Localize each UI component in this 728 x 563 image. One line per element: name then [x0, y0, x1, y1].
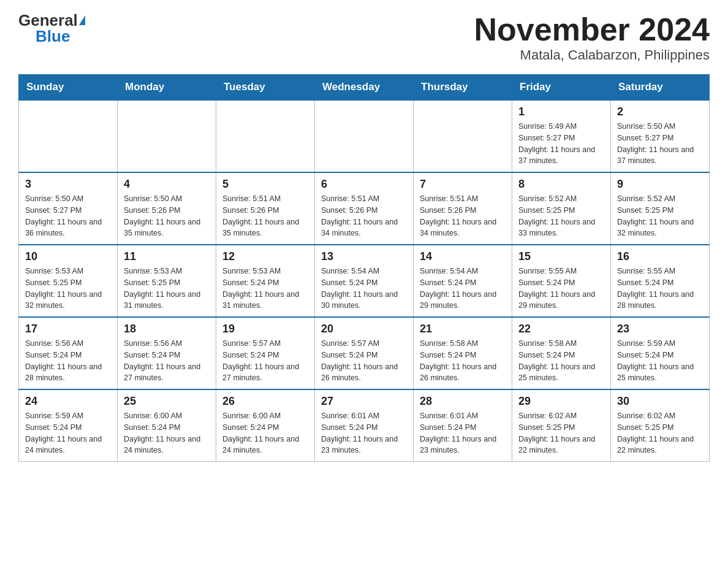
weekday-header-sunday: Sunday [19, 75, 118, 101]
day-info: Sunrise: 5:59 AM Sunset: 5:24 PM Dayligh… [617, 338, 703, 384]
day-number: 28 [420, 395, 506, 408]
day-info: Sunrise: 5:55 AM Sunset: 5:24 PM Dayligh… [617, 266, 703, 312]
calendar-cell: 26Sunrise: 6:00 AM Sunset: 5:24 PM Dayli… [216, 389, 315, 462]
calendar-cell: 27Sunrise: 6:01 AM Sunset: 5:24 PM Dayli… [315, 389, 414, 462]
calendar-cell: 29Sunrise: 6:02 AM Sunset: 5:25 PM Dayli… [512, 389, 611, 462]
weekday-header-tuesday: Tuesday [216, 75, 315, 101]
day-info: Sunrise: 6:02 AM Sunset: 5:25 PM Dayligh… [518, 410, 604, 456]
day-number: 10 [25, 250, 111, 263]
day-number: 8 [518, 178, 604, 191]
day-number: 16 [617, 250, 703, 263]
day-number: 19 [222, 323, 308, 335]
weekday-header-friday: Friday [512, 75, 611, 101]
location-subtitle: Matala, Calabarzon, Philippines [474, 47, 710, 63]
day-number: 3 [25, 178, 111, 191]
calendar-cell: 18Sunrise: 5:56 AM Sunset: 5:24 PM Dayli… [118, 317, 216, 389]
weekday-header-monday: Monday [118, 75, 216, 101]
day-number: 6 [321, 178, 407, 191]
calendar-cell: 22Sunrise: 5:58 AM Sunset: 5:24 PM Dayli… [512, 317, 611, 389]
day-info: Sunrise: 5:54 AM Sunset: 5:24 PM Dayligh… [321, 266, 407, 312]
day-info: Sunrise: 5:49 AM Sunset: 5:27 PM Dayligh… [518, 121, 604, 167]
day-number: 27 [321, 395, 407, 408]
calendar-week-row-5: 24Sunrise: 5:59 AM Sunset: 5:24 PM Dayli… [19, 389, 710, 462]
weekday-header-wednesday: Wednesday [315, 75, 414, 101]
calendar-cell: 4Sunrise: 5:50 AM Sunset: 5:26 PM Daylig… [118, 172, 216, 245]
calendar-cell: 5Sunrise: 5:51 AM Sunset: 5:26 PM Daylig… [216, 172, 315, 245]
day-info: Sunrise: 5:52 AM Sunset: 5:25 PM Dayligh… [518, 193, 604, 239]
day-info: Sunrise: 5:58 AM Sunset: 5:24 PM Dayligh… [420, 338, 506, 384]
calendar-cell: 3Sunrise: 5:50 AM Sunset: 5:27 PM Daylig… [19, 172, 118, 245]
day-info: Sunrise: 5:50 AM Sunset: 5:27 PM Dayligh… [617, 121, 703, 167]
calendar-cell: 6Sunrise: 5:51 AM Sunset: 5:26 PM Daylig… [315, 172, 414, 245]
day-info: Sunrise: 5:57 AM Sunset: 5:24 PM Dayligh… [321, 338, 407, 384]
day-info: Sunrise: 5:54 AM Sunset: 5:24 PM Dayligh… [420, 266, 506, 312]
day-info: Sunrise: 5:53 AM Sunset: 5:25 PM Dayligh… [124, 266, 210, 312]
day-info: Sunrise: 5:51 AM Sunset: 5:26 PM Dayligh… [321, 193, 407, 239]
day-number: 22 [518, 323, 604, 335]
weekday-header-saturday: Saturday [611, 75, 710, 101]
logo-general-text: General [18, 12, 78, 28]
day-number: 5 [222, 178, 308, 191]
day-info: Sunrise: 5:58 AM Sunset: 5:24 PM Dayligh… [518, 338, 604, 384]
calendar-week-row-4: 17Sunrise: 5:56 AM Sunset: 5:24 PM Dayli… [19, 317, 710, 389]
calendar-cell: 12Sunrise: 5:53 AM Sunset: 5:24 PM Dayli… [216, 245, 315, 317]
day-info: Sunrise: 5:56 AM Sunset: 5:24 PM Dayligh… [25, 338, 111, 384]
logo-triangle-icon [79, 15, 85, 25]
day-info: Sunrise: 5:51 AM Sunset: 5:26 PM Dayligh… [420, 193, 506, 239]
calendar-cell: 8Sunrise: 5:52 AM Sunset: 5:25 PM Daylig… [512, 172, 611, 245]
day-number: 11 [124, 250, 210, 263]
calendar-cell: 1Sunrise: 5:49 AM Sunset: 5:27 PM Daylig… [512, 100, 611, 172]
day-info: Sunrise: 5:55 AM Sunset: 5:24 PM Dayligh… [518, 266, 604, 312]
day-number: 18 [124, 323, 210, 335]
weekday-header-thursday: Thursday [414, 75, 512, 101]
calendar-cell: 23Sunrise: 5:59 AM Sunset: 5:24 PM Dayli… [611, 317, 710, 389]
day-number: 24 [25, 395, 111, 408]
calendar-cell: 17Sunrise: 5:56 AM Sunset: 5:24 PM Dayli… [19, 317, 118, 389]
day-info: Sunrise: 6:01 AM Sunset: 5:24 PM Dayligh… [420, 410, 506, 456]
header: General Blue November 2024 Matala, Calab… [18, 12, 710, 63]
day-info: Sunrise: 5:57 AM Sunset: 5:24 PM Dayligh… [222, 338, 308, 384]
day-info: Sunrise: 5:53 AM Sunset: 5:24 PM Dayligh… [222, 266, 308, 312]
day-info: Sunrise: 5:50 AM Sunset: 5:26 PM Dayligh… [124, 193, 210, 239]
day-number: 30 [617, 395, 703, 408]
day-info: Sunrise: 5:56 AM Sunset: 5:24 PM Dayligh… [124, 338, 210, 384]
day-info: Sunrise: 6:00 AM Sunset: 5:24 PM Dayligh… [222, 410, 308, 456]
day-number: 4 [124, 178, 210, 191]
day-number: 1 [518, 105, 604, 118]
calendar-cell: 24Sunrise: 5:59 AM Sunset: 5:24 PM Dayli… [19, 389, 118, 462]
day-number: 9 [617, 178, 703, 191]
day-number: 26 [222, 395, 308, 408]
calendar-cell: 13Sunrise: 5:54 AM Sunset: 5:24 PM Dayli… [315, 245, 414, 317]
day-number: 14 [420, 250, 506, 263]
day-number: 21 [420, 323, 506, 335]
day-number: 23 [617, 323, 703, 335]
calendar-cell [19, 100, 118, 172]
calendar-week-row-1: 1Sunrise: 5:49 AM Sunset: 5:27 PM Daylig… [19, 100, 710, 172]
title-area: November 2024 Matala, Calabarzon, Philip… [474, 12, 710, 63]
calendar-cell: 15Sunrise: 5:55 AM Sunset: 5:24 PM Dayli… [512, 245, 611, 317]
calendar-cell: 11Sunrise: 5:53 AM Sunset: 5:25 PM Dayli… [118, 245, 216, 317]
day-number: 15 [518, 250, 604, 263]
day-info: Sunrise: 5:52 AM Sunset: 5:25 PM Dayligh… [617, 193, 703, 239]
day-info: Sunrise: 5:50 AM Sunset: 5:27 PM Dayligh… [25, 193, 111, 239]
calendar-cell [216, 100, 315, 172]
calendar-cell: 2Sunrise: 5:50 AM Sunset: 5:27 PM Daylig… [611, 100, 710, 172]
day-number: 12 [222, 250, 308, 263]
calendar-cell: 7Sunrise: 5:51 AM Sunset: 5:26 PM Daylig… [414, 172, 512, 245]
day-info: Sunrise: 5:53 AM Sunset: 5:25 PM Dayligh… [25, 266, 111, 312]
calendar-cell: 9Sunrise: 5:52 AM Sunset: 5:25 PM Daylig… [611, 172, 710, 245]
calendar-cell: 14Sunrise: 5:54 AM Sunset: 5:24 PM Dayli… [414, 245, 512, 317]
day-number: 29 [518, 395, 604, 408]
day-info: Sunrise: 6:01 AM Sunset: 5:24 PM Dayligh… [321, 410, 407, 456]
calendar-cell [118, 100, 216, 172]
calendar-cell: 25Sunrise: 6:00 AM Sunset: 5:24 PM Dayli… [118, 389, 216, 462]
day-number: 20 [321, 323, 407, 335]
day-info: Sunrise: 5:59 AM Sunset: 5:24 PM Dayligh… [25, 410, 111, 456]
month-title: November 2024 [474, 12, 710, 47]
calendar-cell: 30Sunrise: 6:02 AM Sunset: 5:25 PM Dayli… [611, 389, 710, 462]
calendar-week-row-3: 10Sunrise: 5:53 AM Sunset: 5:25 PM Dayli… [19, 245, 710, 317]
logo-blue-text: Blue [36, 28, 70, 44]
calendar-cell [414, 100, 512, 172]
calendar-cell [315, 100, 414, 172]
weekday-header-row: SundayMondayTuesdayWednesdayThursdayFrid… [19, 75, 710, 101]
